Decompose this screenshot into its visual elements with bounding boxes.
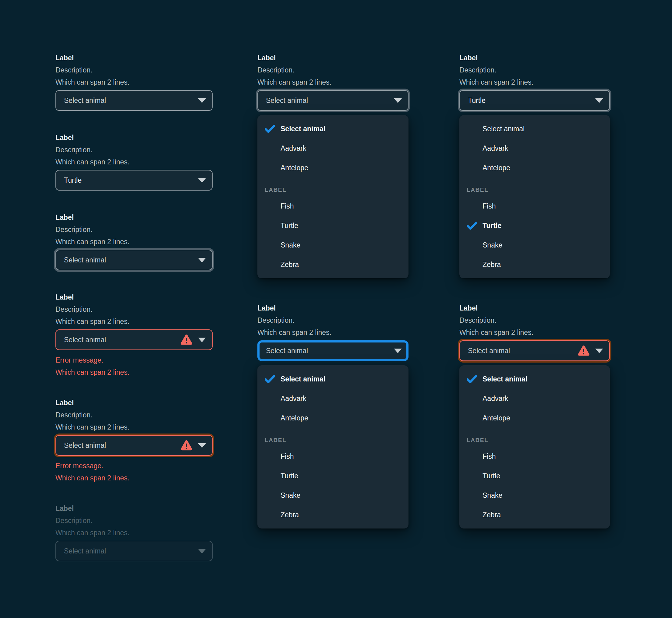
menu-item-snake[interactable]: Snake xyxy=(257,235,409,255)
select-trigger[interactable]: Select animal xyxy=(257,340,409,361)
select-placeholder: Select animal xyxy=(64,547,192,555)
select-trigger[interactable]: Select animal xyxy=(459,340,610,361)
menu-item-aadvark[interactable]: Aadvark xyxy=(459,138,610,158)
menu-item-aadvark[interactable]: Aadvark xyxy=(257,138,409,158)
dropdown-menu: Select animal Aadvark Antelope LABEL Fis… xyxy=(257,365,409,528)
field-label: Label xyxy=(56,52,213,64)
menu-item-label: Antelope xyxy=(280,164,308,172)
field-description-line1: Description. xyxy=(459,64,610,76)
menu-item-turtle[interactable]: Turtle xyxy=(459,216,610,235)
menu-item-antelope[interactable]: Antelope xyxy=(257,408,409,428)
menu-item-label: Turtle xyxy=(280,222,298,230)
select-value: Turtle xyxy=(64,176,192,185)
chevron-down-icon xyxy=(394,348,402,353)
chevron-down-icon xyxy=(198,258,206,263)
check-icon xyxy=(467,222,483,230)
menu-item-label: Select animal xyxy=(483,125,524,133)
menu-item-select-animal[interactable]: Select animal xyxy=(459,119,610,138)
field-label: Label xyxy=(56,397,213,409)
select-field-error: Label Description. Which can span 2 line… xyxy=(56,291,213,379)
select-field-open-focus-blue: Label Description. Which can span 2 line… xyxy=(257,302,409,528)
menu-item-label: Aadvark xyxy=(483,144,508,152)
menu-item-label: Turtle xyxy=(483,472,500,480)
menu-item-fish[interactable]: Fish xyxy=(459,446,610,466)
select-field-open-error: Label Description. Which can span 2 line… xyxy=(459,302,610,528)
select-trigger[interactable]: Turtle xyxy=(56,170,213,191)
menu-item-label: Fish xyxy=(280,202,293,210)
select-field-error-focused: Label Description. Which can span 2 line… xyxy=(56,397,213,484)
select-field-default: Label Description. Which can span 2 line… xyxy=(56,52,213,111)
field-label: Label xyxy=(56,291,213,303)
menu-item-label: Select animal xyxy=(280,375,325,383)
select-trigger[interactable]: Select animal xyxy=(56,329,213,350)
field-description-line2: Which can span 2 lines. xyxy=(257,76,409,88)
field-description-line2: Which can span 2 lines. xyxy=(56,527,213,539)
check-icon xyxy=(467,375,483,383)
menu-item-select-animal[interactable]: Select animal xyxy=(257,119,409,138)
select-field-open-filled: Label Description. Which can span 2 line… xyxy=(459,52,610,278)
chevron-down-icon xyxy=(198,443,206,448)
menu-item-label: Fish xyxy=(483,452,496,460)
menu-item-zebra[interactable]: Zebra xyxy=(257,505,409,525)
select-field-open-default: Label Description. Which can span 2 line… xyxy=(257,52,409,278)
menu-item-turtle[interactable]: Turtle xyxy=(459,466,610,486)
menu-item-zebra[interactable]: Zebra xyxy=(257,255,409,274)
menu-item-antelope[interactable]: Antelope xyxy=(459,158,610,178)
menu-item-antelope[interactable]: Antelope xyxy=(459,408,610,428)
field-description-line2: Which can span 2 lines. xyxy=(459,76,610,88)
menu-item-label: Zebra xyxy=(483,261,501,269)
select-placeholder: Select animal xyxy=(64,97,192,105)
menu-item-label: Select animal xyxy=(280,125,325,133)
menu-item-label: Select animal xyxy=(483,375,527,383)
select-placeholder: Select animal xyxy=(266,97,389,105)
field-label: Label xyxy=(56,211,213,223)
select-trigger[interactable]: Select animal xyxy=(56,435,213,456)
menu-item-aadvark[interactable]: Aadvark xyxy=(459,389,610,408)
menu-item-snake[interactable]: Snake xyxy=(459,486,610,505)
field-label: Label xyxy=(257,302,409,314)
select-field-disabled: Label Description. Which can span 2 line… xyxy=(56,502,213,561)
menu-item-select-animal[interactable]: Select animal xyxy=(257,369,409,389)
menu-item-label: Zebra xyxy=(483,511,501,519)
field-description-line1: Description. xyxy=(56,223,213,236)
menu-item-select-animal[interactable]: Select animal xyxy=(459,369,610,389)
select-field-filled: Label Description. Which can span 2 line… xyxy=(56,131,213,191)
menu-item-snake[interactable]: Snake xyxy=(459,235,610,255)
menu-group-label: LABEL xyxy=(257,178,409,196)
menu-item-fish[interactable]: Fish xyxy=(459,196,610,216)
menu-item-turtle[interactable]: Turtle xyxy=(257,466,409,486)
field-description-line1: Description. xyxy=(56,514,213,527)
menu-item-antelope[interactable]: Antelope xyxy=(257,158,409,178)
chevron-down-icon xyxy=(198,338,206,342)
error-message: Error message. Which can span 2 lines. xyxy=(56,460,213,484)
menu-item-zebra[interactable]: Zebra xyxy=(459,505,610,525)
menu-item-fish[interactable]: Fish xyxy=(257,446,409,466)
select-trigger[interactable]: Turtle xyxy=(459,90,610,111)
select-trigger[interactable]: Select animal xyxy=(257,90,409,111)
menu-item-label: Antelope xyxy=(483,414,510,422)
field-description-line1: Description. xyxy=(56,303,213,315)
column-open-menus: Label Description. Which can span 2 line… xyxy=(257,52,409,549)
select-trigger-disabled: Select animal xyxy=(56,541,213,561)
menu-item-zebra[interactable]: Zebra xyxy=(459,255,610,274)
menu-group-label: LABEL xyxy=(257,428,409,446)
select-trigger[interactable]: Select animal xyxy=(56,249,213,270)
menu-item-fish[interactable]: Fish xyxy=(257,196,409,216)
dropdown-menu: Select animal Aadvark Antelope LABEL Fis… xyxy=(459,115,610,278)
menu-item-label: Antelope xyxy=(483,164,510,172)
menu-item-aadvark[interactable]: Aadvark xyxy=(257,389,409,408)
check-icon xyxy=(265,375,280,383)
error-message: Error message. Which can span 2 lines. xyxy=(56,354,213,379)
warning-icon xyxy=(180,440,192,451)
select-trigger[interactable]: Select animal xyxy=(56,90,213,111)
dropdown-menu: Select animal Aadvark Antelope LABEL Fis… xyxy=(257,115,409,278)
field-description-line2: Which can span 2 lines. xyxy=(56,76,213,88)
menu-item-turtle[interactable]: Turtle xyxy=(257,216,409,235)
menu-item-label: Snake xyxy=(280,241,301,249)
error-line1: Error message. xyxy=(56,354,213,366)
menu-item-snake[interactable]: Snake xyxy=(257,486,409,505)
check-icon xyxy=(265,125,280,133)
menu-item-label: Snake xyxy=(483,241,502,249)
select-placeholder: Select animal xyxy=(64,441,177,450)
chevron-down-icon xyxy=(595,98,603,103)
